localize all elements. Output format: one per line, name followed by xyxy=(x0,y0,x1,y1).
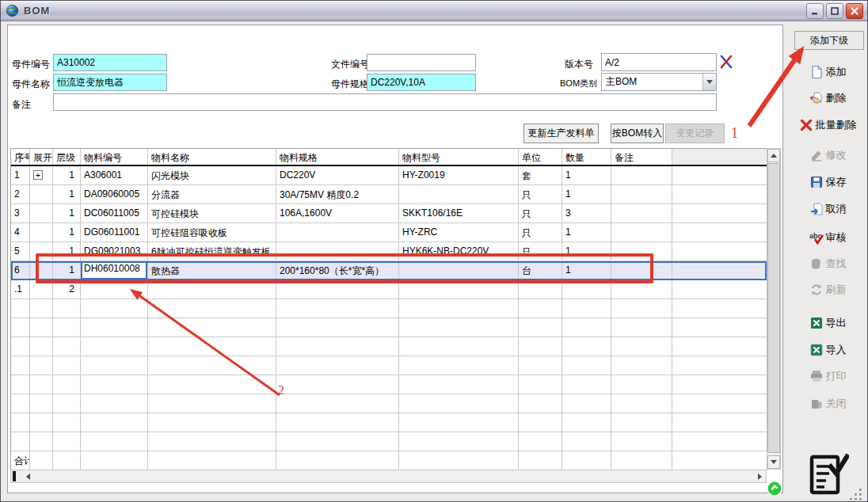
cell-model[interactable]: HY-ZRC xyxy=(399,223,519,242)
column-header-level[interactable]: 层级 xyxy=(53,149,81,165)
table-row[interactable]: 1+1A306001闪光模块DC220VHY-Z0019套1 xyxy=(11,166,767,185)
expand-icon[interactable]: + xyxy=(33,170,43,180)
sidebar-item-audit[interactable]: abc 审核 xyxy=(789,228,866,247)
sidebar-item-import[interactable]: 导入 xyxy=(789,340,866,359)
cell-qty[interactable]: 1 xyxy=(562,166,611,185)
version-tools-icon[interactable] xyxy=(719,54,733,70)
cell-qty[interactable]: 1 xyxy=(562,185,611,204)
cell-note[interactable] xyxy=(611,280,672,299)
cell-model[interactable] xyxy=(399,261,519,280)
cell-model[interactable] xyxy=(399,280,519,299)
parent-code-input[interactable] xyxy=(53,54,167,71)
cell-qty[interactable]: 3 xyxy=(562,204,611,223)
cell-seq[interactable]: 4 xyxy=(11,223,30,242)
bom-type-select[interactable]: 主BOM xyxy=(601,73,717,91)
horizontal-scrollbar[interactable] xyxy=(10,470,767,483)
table-row[interactable]: 61DH06010008散热器200*160*80（长*宽*高）台1 xyxy=(11,261,767,280)
column-header-code[interactable]: 物料编号 xyxy=(81,149,148,165)
cell-note[interactable] xyxy=(611,261,672,280)
cell-seq[interactable]: 1 xyxy=(11,166,30,185)
cell-model[interactable]: SKKT106/16E xyxy=(399,204,519,223)
cell-spec[interactable] xyxy=(276,223,399,242)
add-child-button[interactable]: 添加下级 xyxy=(794,31,864,50)
minimize-button[interactable] xyxy=(806,3,824,19)
cell-note[interactable] xyxy=(611,185,672,204)
update-issue-button[interactable]: 更新生产发料单 xyxy=(523,124,599,143)
table-row[interactable]: 41DG06011001可控硅阻容吸收板HY-ZRC只1 xyxy=(11,223,767,242)
scroll-right-button[interactable] xyxy=(754,470,766,482)
column-header-unit[interactable]: 单位 xyxy=(519,149,562,165)
cell-note[interactable] xyxy=(611,166,672,185)
cell-spec[interactable]: 30A/75MV 精度0.2 xyxy=(276,185,399,204)
cell-code[interactable]: A306001 xyxy=(81,166,148,185)
cell-spec[interactable]: 200*160*80（长*宽*高） xyxy=(276,261,399,280)
cell-model[interactable]: HYK6K-NB-DC220V xyxy=(399,242,519,261)
column-header-note[interactable]: 备注 xyxy=(611,149,672,165)
sidebar-item-find[interactable]: 查找 xyxy=(789,254,866,273)
sidebar-item-print[interactable]: 打印 xyxy=(789,367,866,386)
cell-qty[interactable] xyxy=(562,280,611,299)
cell-code[interactable]: DA09060005 xyxy=(81,185,148,204)
splitter-handle[interactable] xyxy=(13,471,16,481)
scroll-left-button[interactable] xyxy=(17,470,38,482)
sidebar-item-save[interactable]: 保存 xyxy=(789,173,866,192)
cell-unit[interactable] xyxy=(519,280,562,299)
cell-seq[interactable]: 2 xyxy=(11,185,30,204)
chevron-down-icon[interactable] xyxy=(702,74,716,90)
sidebar-item-modify[interactable]: 修改 xyxy=(789,146,866,165)
cell-name[interactable] xyxy=(148,280,276,299)
bom-transfer-button[interactable]: 按BOM转入 xyxy=(611,124,664,143)
cell-unit[interactable]: 套 xyxy=(519,166,562,185)
table-row[interactable]: 51DG090210036脉冲可控硅恒流逆变触发板HYK6K-NB-DC220V… xyxy=(11,242,767,261)
cell-seq[interactable]: 6 xyxy=(11,261,30,280)
table-row[interactable]: 31DC06011005可控硅模块106A,1600VSKKT106/16E只3 xyxy=(11,204,767,223)
cell-name[interactable]: 闪光模块 xyxy=(148,166,276,185)
column-header-spec[interactable]: 物料规格 xyxy=(276,149,399,165)
cell-qty[interactable]: 1 xyxy=(562,242,611,261)
cell-name[interactable]: 散热器 xyxy=(148,261,276,280)
cell-level[interactable]: 1 xyxy=(53,261,81,280)
cell-spec[interactable] xyxy=(276,242,399,261)
cell-unit[interactable]: 只 xyxy=(519,223,562,242)
cell-expand[interactable] xyxy=(30,280,53,299)
cell-unit[interactable]: 台 xyxy=(519,261,562,280)
cell-code[interactable]: DG06011001 xyxy=(81,223,148,242)
cell-code[interactable]: DG09021003 xyxy=(81,242,148,261)
cell-model[interactable]: HY-Z0019 xyxy=(399,166,519,185)
cell-code[interactable]: DC06011005 xyxy=(81,204,148,223)
cell-level[interactable]: 1 xyxy=(53,242,81,261)
cell-expand[interactable] xyxy=(30,223,53,242)
parent-name-input[interactable] xyxy=(53,74,167,91)
cell-model[interactable] xyxy=(399,185,519,204)
table-row[interactable]: .12 xyxy=(11,280,767,299)
column-header-expand[interactable]: 展开 xyxy=(30,149,53,165)
cell-expand[interactable] xyxy=(30,261,53,280)
cell-level[interactable]: 1 xyxy=(53,185,81,204)
parent-spec-input[interactable] xyxy=(367,74,476,91)
cell-qty[interactable]: 1 xyxy=(562,223,611,242)
cell-level[interactable]: 1 xyxy=(53,166,81,185)
cell-note[interactable] xyxy=(611,223,672,242)
sidebar-item-batch-delete[interactable]: 批量删除 xyxy=(789,116,866,135)
cell-expand[interactable] xyxy=(30,185,53,204)
cell-name[interactable]: 可控硅模块 xyxy=(148,204,276,223)
column-header-seq[interactable]: 序号 xyxy=(11,149,30,165)
cell-seq[interactable]: 5 xyxy=(11,242,30,261)
cell-expand[interactable]: + xyxy=(30,166,53,185)
cell-level[interactable]: 2 xyxy=(53,280,81,299)
change-log-button[interactable]: 变更记录 xyxy=(665,124,725,143)
remark-input[interactable] xyxy=(53,93,717,111)
scroll-up-button[interactable] xyxy=(767,149,780,162)
cell-spec[interactable]: 106A,1600V xyxy=(276,204,399,223)
cell-unit[interactable]: 只 xyxy=(519,242,562,261)
cell-unit[interactable]: 只 xyxy=(519,185,562,204)
cell-note[interactable] xyxy=(611,242,672,261)
cell-code[interactable]: DH06010008 xyxy=(81,261,148,280)
cell-note[interactable] xyxy=(611,204,672,223)
cell-name[interactable]: 可控硅阻容吸收板 xyxy=(148,223,276,242)
resize-grip[interactable] xyxy=(855,493,857,496)
doc-code-input[interactable] xyxy=(367,54,476,71)
cell-spec[interactable]: DC220V xyxy=(276,166,399,185)
cell-code[interactable] xyxy=(81,280,148,299)
cell-expand[interactable] xyxy=(30,204,53,223)
